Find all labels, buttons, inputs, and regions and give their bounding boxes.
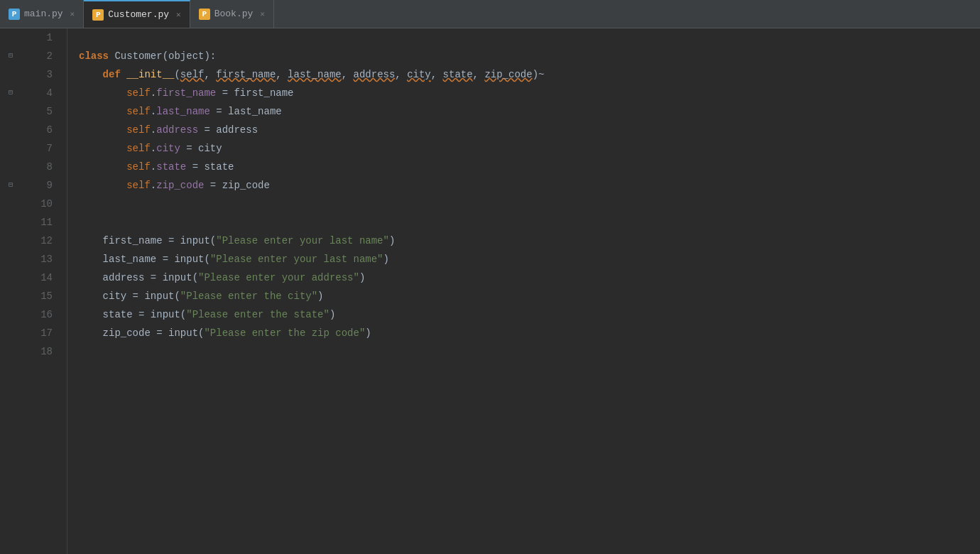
class-name: Customer [114,47,162,65]
indent-def [79,65,103,84]
code-line-16: state = input("Please enter the state") [79,305,980,324]
builtin-input-12: input [180,232,210,250]
self-kw-7: self [126,139,151,158]
fold-icon-9[interactable]: ⊟ [6,180,16,190]
str-15: "Please enter the city" [180,287,317,305]
indent-5 [79,102,126,121]
var-last-name: last_name [228,102,282,121]
tab-book-icon: P [199,9,210,20]
gutter-line-14: 14 [0,268,60,287]
tab-customer-icon: P [92,9,104,21]
tab-book[interactable]: P Book.py ✕ [190,0,274,28]
gutter-line-9: ⊟ 9 [0,176,60,195]
indent-15 [79,287,103,305]
param-state: state [443,65,473,84]
builtin-input-17: input [168,324,198,342]
gutter-line-4: ⊟ 4 [0,84,60,102]
var-first-name: first_name [234,84,293,102]
fold-icon-4[interactable]: ⊟ [6,88,16,98]
gutter-line-15: 15 [0,287,60,305]
tab-customer-close[interactable]: ✕ [176,10,181,19]
code-line-6: self.address = address [79,121,980,139]
var-state-16: state [103,305,133,324]
tab-main[interactable]: P main.py ✕ [0,0,84,28]
param-first-name: first_name [216,65,276,84]
indent-14 [79,268,103,287]
self-kw-9: self [126,176,151,195]
param-city: city [407,65,431,84]
tab-book-close[interactable]: ✕ [260,9,265,18]
builtin-input-15: input [144,287,174,305]
fold-icon-2[interactable]: ⊟ [6,51,16,61]
gutter-line-13: 13 [0,250,60,268]
indent-6 [79,121,126,139]
code-line-11 [79,213,980,232]
indent-9 [79,176,126,195]
param-self: self [180,65,205,84]
keyword-def: def [103,65,127,84]
tab-main-label: main.py [24,9,63,19]
indent-7 [79,139,126,158]
tab-customer-label: Customer.py [108,9,169,20]
code-line-2: class Customer(object): [79,47,980,65]
code-line-3: def __init__(self, first_name, last_name… [79,65,980,84]
attr-last-name: last_name [156,102,210,121]
var-state: state [204,158,234,176]
gutter-line-2: ⊟ 2 [0,47,60,65]
builtin-input-13: input [174,250,204,268]
paren-open: ( [163,47,168,65]
str-16: "Please enter the state" [186,305,330,324]
gutter-line-10: 10 [0,195,60,213]
var-fn-12: first_name [103,232,163,250]
indent-12 [79,232,103,250]
str-17: "Please enter the zip code" [204,324,365,342]
gutter-line-3: 3 [0,65,60,84]
var-city: city [198,139,222,158]
self-kw-4: self [126,84,151,102]
code-line-4: self.first_name = first_name [79,84,980,102]
attr-address: address [156,121,198,139]
attr-zip-code: zip_code [156,176,204,195]
builtin-input-16: input [151,305,180,324]
indent-8 [79,158,126,176]
self-kw-5: self [126,102,151,121]
indent-16 [79,305,103,324]
param-address: address [354,65,396,84]
code-line-5: self.last_name = last_name [79,102,980,121]
code-line-7: self.city = city [79,139,980,158]
str-13: "Please enter your last name" [210,250,383,268]
gutter-line-18: 18 [0,342,60,361]
gutter-line-8: 8 [0,158,60,176]
tab-book-label: Book.py [214,9,254,19]
self-kw-8: self [126,158,151,176]
code-line-10 [79,195,980,213]
gutter-line-12: 12 [0,232,60,250]
str-14: "Please enter your address" [198,268,359,287]
code-editor-content[interactable]: class Customer(object): def __init__(sel… [67,28,980,554]
code-line-8: self.state = state [79,158,980,176]
editor: 1 ⊟ 2 3 ⊟ 4 5 6 7 8 ⊟ 9 10 11 12 13 14 1… [0,28,980,554]
var-zip-17: zip_code [103,324,151,342]
str-12: "Please enter your last name" [216,232,389,250]
gutter-line-16: 16 [0,305,60,324]
attr-city: city [156,139,180,158]
paren-close: ): [204,47,216,65]
line-number-gutter: 1 ⊟ 2 3 ⊟ 4 5 6 7 8 ⊟ 9 10 11 12 13 14 1… [0,28,67,554]
code-line-18 [79,342,980,361]
keyword-class: class [79,47,114,65]
gutter-line-6: 6 [0,121,60,139]
param-last-name: last_name [288,65,342,84]
tab-main-close[interactable]: ✕ [70,9,75,18]
code-line-13: last_name = input("Please enter your las… [79,250,980,268]
attr-first-name: first_name [156,84,216,102]
indent-13 [79,250,103,268]
tab-bar: P main.py ✕ P Customer.py ✕ P Book.py ✕ [0,0,980,28]
gutter-line-7: 7 [0,139,60,158]
var-ln-13: last_name [103,250,157,268]
tab-customer[interactable]: P Customer.py ✕ [84,0,190,28]
code-line-1 [79,28,980,47]
code-line-17: zip_code = input("Please enter the zip c… [79,324,980,342]
code-line-9: self.zip_code = zip_code [79,176,980,195]
gutter-line-1: 1 [0,28,60,47]
gutter-line-17: 17 [0,324,60,342]
